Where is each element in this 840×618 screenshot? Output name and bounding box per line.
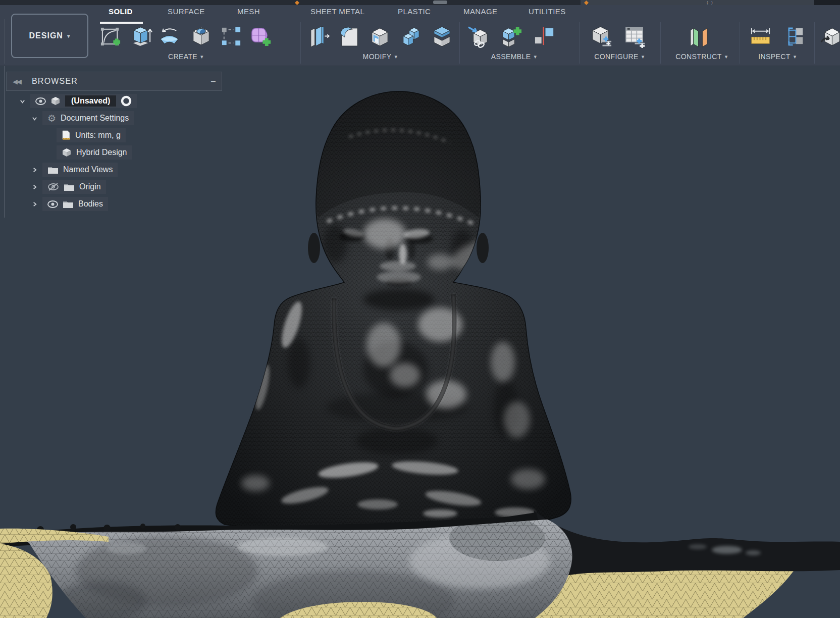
toolbar-group-divider — [660, 22, 661, 64]
chevron-down-icon[interactable] — [30, 116, 38, 121]
group-label-assemble[interactable]: ASSEMBLE▾ — [491, 53, 537, 61]
create-form-icon[interactable] — [249, 24, 273, 48]
tab-surface[interactable]: SURFACE — [168, 7, 205, 19]
tab-pin-icon — [433, 1, 447, 4]
group-label-modify[interactable]: MODIFY▾ — [363, 53, 398, 61]
toolbar-group-divider — [459, 22, 460, 64]
tab-manage[interactable]: MANAGE — [463, 7, 497, 19]
configuration-icon[interactable] — [590, 24, 613, 48]
chevron-right-icon[interactable] — [30, 167, 38, 173]
document-tab-strip[interactable] — [581, 0, 814, 5]
visibility-hidden-eye-icon[interactable] — [47, 182, 59, 191]
ribbon-toolbar: DESIGN ▾ SOLID SURFACE MESH SHEET METAL … — [0, 5, 840, 66]
tree-row-units[interactable]: Units: mm, g — [57, 128, 218, 142]
browser-panel: ◀◀ BROWSER – — [6, 72, 222, 91]
chevron-down-icon: ▾ — [394, 54, 397, 60]
chevron-down-icon: ▾ — [534, 54, 537, 60]
group-label-construct[interactable]: CONSTRUCT▾ — [675, 53, 727, 61]
measure-icon[interactable] — [749, 24, 772, 48]
press-pull-icon[interactable] — [307, 24, 331, 48]
chevron-down-icon[interactable] — [18, 98, 26, 104]
toolbar-group-divider — [740, 22, 740, 64]
tab-mesh[interactable]: MESH — [237, 7, 260, 19]
browser-panel-header[interactable]: ◀◀ BROWSER – — [6, 72, 222, 91]
insert-derive-icon[interactable] — [466, 24, 490, 48]
group-label-create[interactable]: CREATE▾ — [168, 53, 203, 61]
shell-icon[interactable] — [368, 24, 392, 48]
group-label-inspect[interactable]: INSPECT▾ — [758, 53, 796, 61]
tree-row-named-views[interactable]: Named Views — [30, 163, 218, 177]
new-component-icon[interactable] — [499, 24, 522, 48]
chevron-right-icon[interactable] — [30, 184, 38, 190]
configuration-table-icon[interactable] — [623, 24, 647, 48]
folder-icon — [63, 200, 74, 209]
design-cube-icon — [62, 147, 72, 158]
toolbar-group-divider — [579, 22, 580, 64]
window-top-strip: ( ) — [0, 0, 840, 5]
tree-row-root-component[interactable]: (Unsaved) — [18, 94, 218, 108]
create-sketch-icon[interactable] — [98, 24, 122, 48]
active-component-radio-icon[interactable] — [121, 95, 132, 107]
combine-icon[interactable] — [399, 24, 423, 48]
chevron-down-icon: ▾ — [725, 54, 728, 60]
tree-row-origin[interactable]: Origin — [30, 180, 218, 194]
chevron-down-icon: ▾ — [642, 54, 645, 60]
browser-tree: (Unsaved) ⚙ Document Settings Units: mm,… — [6, 94, 218, 214]
folder-icon — [64, 183, 75, 191]
design-workspace-menu[interactable]: DESIGN ▾ — [11, 14, 88, 58]
hole-icon[interactable] — [189, 24, 213, 48]
fillet-icon[interactable] — [337, 24, 360, 48]
insert-mesh-icon[interactable] — [819, 24, 840, 48]
scan-noise-bump — [140, 524, 145, 529]
scan-noise-bump — [70, 524, 76, 530]
units-document-icon — [62, 130, 71, 140]
fusion-logo-icon — [295, 1, 299, 5]
toolbar-group-divider — [814, 22, 815, 64]
tree-row-hybrid-design[interactable]: Hybrid Design — [57, 145, 218, 160]
toolbar-group-divider — [300, 22, 301, 64]
scan-noise-bump — [175, 524, 181, 530]
visibility-eye-icon[interactable] — [35, 97, 46, 105]
scan-noise-bump — [103, 525, 111, 532]
gear-icon: ⚙ — [47, 114, 56, 123]
revolve-icon[interactable] — [158, 24, 181, 48]
chevron-down-icon: ▾ — [67, 33, 71, 39]
tab-utilities[interactable]: UTILITIES — [529, 7, 566, 19]
panel-edge-divider — [4, 66, 5, 218]
chevron-right-icon[interactable] — [30, 201, 38, 207]
design-menu-label: DESIGN — [29, 31, 63, 40]
folder-icon — [47, 166, 59, 174]
extrude-icon[interactable] — [130, 24, 153, 48]
tree-row-document-settings[interactable]: ⚙ Document Settings — [30, 111, 218, 125]
component-cube-icon — [50, 96, 61, 106]
tab-sheet-metal[interactable]: SHEET METAL — [310, 7, 364, 19]
collapse-panel-icon[interactable]: ◀◀ — [13, 78, 21, 85]
document-name-label[interactable]: (Unsaved) — [65, 95, 116, 107]
window-corner-box — [814, 0, 840, 5]
minimize-panel-icon[interactable]: – — [211, 77, 216, 86]
chevron-down-icon: ▾ — [200, 54, 203, 60]
construction-plane-icon[interactable] — [688, 24, 711, 48]
chevron-down-icon: ▾ — [794, 54, 797, 60]
toolbar-edge-divider — [4, 19, 5, 64]
tab-title-fragment: ( ) — [707, 0, 714, 5]
visibility-eye-icon[interactable] — [47, 200, 58, 208]
pattern-icon[interactable] — [219, 24, 242, 48]
fusion-window: ( ) DESIGN ▾ SOLID SURFACE MESH SHEET ME… — [0, 0, 840, 618]
tree-row-bodies[interactable]: Bodies — [30, 197, 218, 211]
split-body-icon[interactable] — [430, 24, 454, 48]
section-analysis-icon[interactable] — [783, 24, 807, 48]
group-label-configure[interactable]: CONFIGURE▾ — [594, 53, 645, 61]
browser-panel-title: BROWSER — [32, 77, 78, 86]
active-tab-indicator — [100, 22, 143, 24]
tab-plastic[interactable]: PLASTIC — [398, 7, 431, 19]
joint-icon[interactable] — [533, 24, 557, 48]
tab-solid[interactable]: SOLID — [109, 7, 133, 19]
